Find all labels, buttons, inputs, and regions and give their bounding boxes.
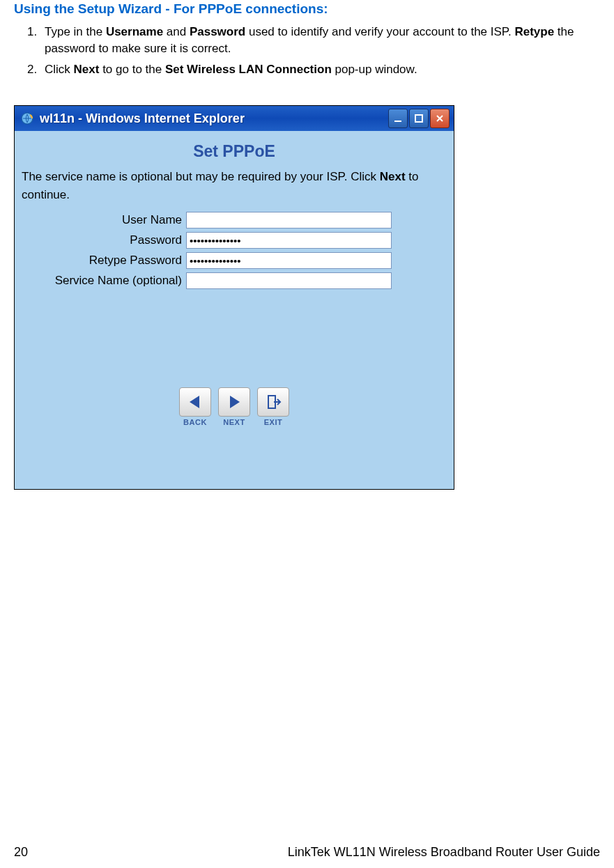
text: pop-up window. [332, 63, 417, 76]
svg-marker-4 [230, 396, 240, 408]
svg-rect-1 [394, 121, 401, 122]
next-label: NEXT [217, 418, 251, 426]
row-password: Password [22, 232, 447, 249]
screenshot-window: wl11n - Windows Internet Explorer Set PP… [14, 105, 454, 490]
retype-label: Retype Password [22, 254, 186, 268]
window-client-area: Set PPPoE The service name is optional b… [15, 131, 454, 489]
retype-password-input[interactable] [186, 252, 392, 269]
password-input[interactable] [186, 232, 392, 249]
ie-icon [20, 111, 34, 125]
bold-text: Username [106, 25, 163, 38]
close-button[interactable] [430, 109, 450, 128]
next-icon [218, 387, 250, 417]
minimize-button[interactable] [388, 109, 408, 128]
row-retype: Retype Password [22, 252, 447, 269]
page-footer: 20 LinkTek WL11N Wireless Broadband Rout… [14, 845, 600, 860]
username-input[interactable] [186, 212, 392, 228]
text: The service name is optional but may be … [22, 170, 380, 183]
svg-rect-2 [415, 115, 422, 122]
wizard-nav: BACK NEXT EXIT [15, 304, 454, 489]
form: User Name Password Retype Password Servi… [15, 206, 454, 304]
text: Click [45, 63, 74, 76]
bold-text: Set Wireless LAN Connection [165, 63, 332, 76]
window-title: wl11n - Windows Internet Explorer [40, 111, 388, 126]
service-label: Service Name (optional) [22, 274, 186, 288]
bold-text: Next [380, 170, 406, 183]
back-label: BACK [178, 418, 212, 426]
wizard-title: Set PPPoE [15, 131, 454, 168]
exit-button[interactable]: EXIT [256, 387, 290, 426]
exit-icon [257, 387, 289, 417]
page-number: 20 [14, 845, 28, 860]
back-icon [179, 387, 211, 417]
text: Type in the [45, 25, 106, 38]
text: and [163, 25, 190, 38]
back-button[interactable]: BACK [178, 387, 212, 426]
row-service: Service Name (optional) [22, 272, 447, 289]
bold-text: Password [190, 25, 245, 38]
instruction-step-2: Click Next to go to the Set Wireless LAN… [40, 61, 600, 78]
instruction-step-1: Type in the Username and Password used t… [40, 24, 600, 57]
window-controls [388, 109, 450, 128]
guide-title: LinkTek WL11N Wireless Broadband Router … [288, 845, 600, 860]
text: to go to the [99, 63, 165, 76]
instruction-list: Type in the Username and Password used t… [40, 24, 600, 77]
maximize-button[interactable] [409, 109, 429, 128]
wizard-description: The service name is optional but may be … [15, 168, 454, 206]
password-label: Password [22, 233, 186, 247]
bold-text: Retype [514, 25, 554, 38]
exit-label: EXIT [256, 418, 290, 426]
bold-text: Next [74, 63, 100, 76]
window-titlebar: wl11n - Windows Internet Explorer [15, 106, 454, 131]
svg-marker-3 [190, 396, 199, 408]
username-label: User Name [22, 213, 186, 227]
row-username: User Name [22, 212, 447, 228]
text: used to identify and verify your account… [245, 25, 514, 38]
next-button[interactable]: NEXT [217, 387, 251, 426]
section-heading: Using the Setup Wizard - For PPPoE conne… [14, 1, 600, 17]
service-name-input[interactable] [186, 272, 392, 289]
